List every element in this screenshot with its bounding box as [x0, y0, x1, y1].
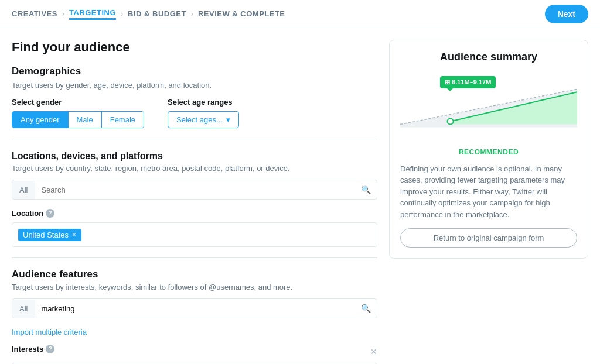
chevron-icon-2: ›	[121, 10, 123, 18]
features-search-icon: 🔍	[355, 299, 377, 318]
location-search-bar: All 🔍	[12, 180, 377, 200]
top-nav: Creatives › Targeting › Bid & Budget › R…	[0, 0, 600, 28]
interests-help-icon[interactable]: ?	[46, 345, 54, 353]
gender-buttons: Any gender Male Female	[12, 111, 144, 128]
divider-2	[12, 257, 377, 258]
demographics-title: Demographics	[12, 66, 377, 77]
chart-area: ⊞ 6.11M–9.17M	[400, 71, 577, 142]
location-help-icon[interactable]: ?	[46, 209, 54, 218]
chevron-icon-3: ›	[191, 10, 193, 18]
location-box: United States ✕	[12, 222, 377, 247]
features-search-tab: All	[12, 300, 35, 318]
locations-title: Locations, devices, and platforms	[12, 151, 377, 162]
chevron-icon-1: ›	[62, 10, 64, 18]
location-tag-us: United States ✕	[18, 229, 81, 241]
gender-age-row: Select gender Any gender Male Female Sel…	[12, 98, 377, 128]
gender-field: Select gender Any gender Male Female	[12, 98, 144, 128]
return-to-form-button[interactable]: Return to original campaign form	[400, 228, 577, 248]
import-multiple-link[interactable]: Import multiple criteria	[12, 328, 377, 336]
svg-point-2	[448, 119, 454, 125]
nav-steps: Creatives › Targeting › Bid & Budget › R…	[12, 8, 285, 20]
summary-description: Defining your own audience is optional. …	[400, 163, 577, 221]
age-select-label: Select ages...	[176, 115, 223, 124]
search-tab-all: All	[12, 181, 35, 199]
nav-step-bid-budget[interactable]: Bid & Budget	[128, 9, 186, 18]
gender-any-button[interactable]: Any gender	[12, 112, 69, 128]
features-search-input[interactable]	[35, 300, 355, 318]
chevron-down-icon: ▾	[226, 115, 230, 124]
demographics-desc: Target users by gender, age, device, pla…	[12, 81, 377, 90]
audience-features-section: Audience features Target users by intere…	[12, 269, 377, 364]
page-title: Find your audience	[12, 40, 377, 55]
features-search-bar: All 🔍	[12, 298, 377, 318]
next-button[interactable]: Next	[545, 5, 588, 23]
locations-section: Locations, devices, and platforms Target…	[12, 151, 377, 247]
nav-step-creatives[interactable]: Creatives	[12, 9, 57, 18]
audience-summary-card: Audience summary ⊞ 6.11M–9.17M RECO	[389, 40, 588, 259]
location-label-row: Location ?	[12, 209, 377, 218]
interests-label-text: Interests	[12, 345, 43, 353]
nav-step-review[interactable]: Review & Complete	[198, 9, 285, 18]
divider-1	[12, 140, 377, 140]
gender-female-button[interactable]: Female	[102, 112, 144, 128]
locations-desc: Target users by country, state, region, …	[12, 164, 377, 173]
interests-close-icon[interactable]: ✕	[370, 347, 377, 356]
gender-label: Select gender	[12, 98, 144, 107]
left-panel: Find your audience Demographics Target u…	[12, 40, 389, 364]
nav-step-targeting[interactable]: Targeting	[69, 8, 116, 20]
demographics-section: Demographics Target users by gender, age…	[12, 66, 377, 128]
audience-features-desc: Target users by interests, keywords, sim…	[12, 283, 377, 291]
recommended-label: RECOMMENDED	[400, 148, 577, 156]
audience-features-title: Audience features	[12, 269, 377, 280]
audience-range-bubble: ⊞ 6.11M–9.17M	[440, 76, 496, 88]
right-panel: Audience summary ⊞ 6.11M–9.17M RECO	[389, 40, 588, 364]
interests-label-row: Interests ?	[12, 345, 54, 353]
summary-title: Audience summary	[400, 51, 577, 63]
location-search-input[interactable]	[35, 181, 355, 199]
location-tag-label: United States	[23, 231, 69, 239]
gender-male-button[interactable]: Male	[69, 112, 102, 128]
location-label-text: Location	[12, 209, 43, 218]
interests-header: Interests ? ✕	[12, 345, 377, 358]
age-field: Select age ranges Select ages... ▾	[168, 98, 239, 128]
age-select-button[interactable]: Select ages... ▾	[168, 111, 239, 128]
main-content: Find your audience Demographics Target u…	[0, 28, 600, 364]
age-label: Select age ranges	[168, 98, 239, 107]
location-tag-close[interactable]: ✕	[71, 231, 77, 239]
search-icon: 🔍	[355, 180, 377, 199]
